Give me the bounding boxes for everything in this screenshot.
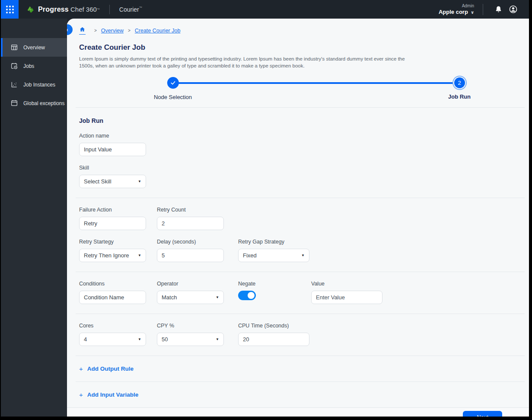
field-label: Value	[311, 281, 389, 287]
add-link-label: Add Input Variable	[87, 391, 139, 398]
user-icon	[509, 5, 518, 14]
step-complete-check-icon	[167, 77, 178, 89]
action-name-input[interactable]	[79, 143, 146, 156]
skill-select[interactable]: Select Skill ▼	[79, 175, 146, 188]
step-node-selection[interactable]: Node Selection	[154, 77, 192, 100]
cpu-time-field-group: CPU Time (Seconds)	[238, 323, 311, 346]
failure-action-input[interactable]	[79, 217, 146, 230]
sidebar-item-jobs[interactable]: Jobs	[1, 57, 67, 75]
skill-field-group: Skill Select Skill ▼	[79, 165, 529, 188]
negate-toggle[interactable]	[238, 291, 256, 300]
section-divider	[76, 382, 525, 382]
add-input-variable-button[interactable]: + Add Input Variable	[79, 391, 529, 398]
section-divider	[76, 107, 525, 108]
retry-count-input[interactable]	[157, 217, 224, 230]
account-button[interactable]	[506, 2, 520, 17]
wizard-footer: Next	[67, 407, 529, 417]
dropdown-arrow-icon: ▼	[216, 295, 219, 299]
field-label: Action name	[79, 133, 529, 139]
cpu-time-input[interactable]	[238, 333, 309, 346]
field-label: Retry Startegy	[79, 239, 157, 245]
main-content: ‹ > Overview > Create Courier Job Create…	[67, 19, 529, 417]
page-title: Create Courier Job	[79, 43, 529, 52]
overview-dashboard-icon	[10, 44, 18, 51]
field-label: CPY %	[157, 323, 238, 329]
app-window: Progress Chef 360 ™ Courier™ Admin Apple…	[1, 0, 529, 417]
conditions-input[interactable]	[79, 291, 146, 304]
step-number-badge: 2	[454, 77, 465, 88]
home-icon	[79, 26, 86, 32]
cpy-select[interactable]: 50 ▼	[157, 333, 224, 346]
sidebar-item-label: Global exceptions	[23, 100, 64, 106]
org-switcher[interactable]: Admin Apple corp∨	[439, 3, 474, 16]
dropdown-arrow-icon: ▼	[138, 337, 141, 341]
select-value: Select Skill	[84, 178, 111, 185]
step-label: Job Run	[448, 93, 471, 100]
brand-trademark: ™	[97, 8, 100, 11]
field-label: Failure Action	[79, 207, 157, 213]
select-value: Retry Then Ignore	[84, 252, 129, 259]
breadcrumb-link-overview[interactable]: Overview	[101, 28, 124, 34]
dropdown-arrow-icon: ▼	[301, 253, 305, 257]
grid-icon	[6, 6, 14, 13]
chevron-down-icon: ∨	[471, 10, 474, 15]
breadcrumb-separator: >	[128, 28, 131, 33]
failure-action-field-group: Failure Action	[79, 207, 157, 230]
add-output-rule-button[interactable]: + Add Output Rule	[79, 365, 529, 372]
add-link-label: Add Output Rule	[87, 365, 134, 372]
section-divider	[76, 272, 525, 272]
bell-icon	[494, 5, 503, 13]
dropdown-arrow-icon: ▼	[138, 180, 141, 183]
field-label: Skill	[79, 165, 529, 171]
stepper-connector-line	[173, 82, 459, 84]
brand-name-secondary: Chef 360	[70, 6, 97, 13]
user-role: Admin	[439, 3, 474, 9]
field-label: CPU Time (Seconds)	[238, 323, 311, 329]
breadcrumb-link-create-courier-job[interactable]: Create Courier Job	[135, 28, 181, 34]
field-label: Retry Count	[157, 207, 238, 213]
retry-strategy-select[interactable]: Retry Then Ignore ▼	[79, 249, 146, 262]
step-label: Node Selection	[154, 94, 192, 100]
section-divider	[76, 356, 525, 356]
select-value: 50	[162, 336, 168, 343]
brand-name-primary: Progress	[38, 6, 69, 13]
select-value: Fixed	[243, 252, 257, 259]
conditions-field-group: Conditions	[79, 281, 157, 304]
top-header: Progress Chef 360 ™ Courier™ Admin Apple…	[1, 0, 529, 19]
action-name-field-group: Action name	[79, 133, 529, 156]
jobs-calendar-clock-icon	[10, 62, 18, 70]
field-label: Delay (seconds)	[157, 239, 238, 245]
section-divider	[76, 314, 525, 314]
value-input[interactable]	[311, 291, 382, 304]
step-job-run[interactable]: 2 Job Run	[448, 77, 471, 100]
app-launcher-button[interactable]	[1, 0, 19, 19]
sidebar-item-label: Overview	[23, 45, 45, 51]
next-button[interactable]: Next	[463, 411, 502, 417]
operator-select[interactable]: Match ▼	[157, 291, 224, 304]
notifications-button[interactable]	[491, 2, 506, 17]
plus-icon: +	[79, 365, 83, 372]
global-exceptions-calendar-icon	[10, 99, 18, 107]
breadcrumb-separator: >	[94, 28, 97, 33]
sidebar-item-overview[interactable]: Overview	[1, 38, 67, 57]
home-breadcrumb-link[interactable]	[79, 26, 86, 35]
delay-input[interactable]	[157, 249, 224, 262]
sidebar-item-job-instances[interactable]: Job Instances	[1, 75, 67, 94]
sidebar-item-label: Jobs	[23, 63, 34, 69]
retry-gap-strategy-select[interactable]: Fixed ▼	[238, 249, 309, 262]
retry-count-field-group: Retry Count	[157, 207, 238, 230]
plus-icon: +	[79, 391, 83, 398]
sidebar-nav: Overview Jobs Job Instances	[1, 19, 67, 417]
toggle-knob	[248, 292, 255, 299]
content-scroll-area[interactable]: > Overview > Create Courier Job Create C…	[67, 19, 529, 407]
form-section-title: Job Run	[79, 117, 529, 124]
negate-field-group: Negate	[238, 281, 311, 304]
cores-field-group: Cores 4 ▼	[79, 323, 157, 346]
sidebar-item-global-exceptions[interactable]: Global exceptions	[1, 94, 67, 112]
field-label: Retry Gap Strategy	[238, 239, 311, 245]
product-name: Courier™	[119, 6, 142, 13]
field-label: Cores	[79, 323, 157, 329]
retry-strategy-field-group: Retry Startegy Retry Then Ignore ▼	[79, 239, 157, 262]
operator-field-group: Operator Match ▼	[157, 281, 238, 304]
cores-select[interactable]: 4 ▼	[79, 333, 146, 346]
